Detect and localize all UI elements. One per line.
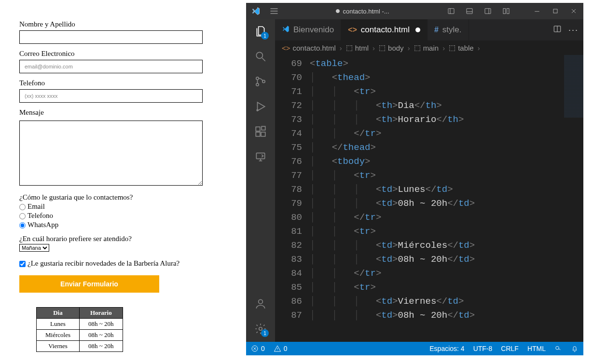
schedule-table: Dia Horario Lunes 08h ~ 20h Miércoles 08… bbox=[36, 307, 123, 352]
layout-right-icon[interactable] bbox=[482, 5, 494, 17]
status-warnings[interactable]: 0 bbox=[274, 345, 288, 352]
vscode-window: contacto.html -... 1 bbox=[246, 3, 583, 355]
radio-email[interactable] bbox=[19, 204, 26, 210]
phone-input[interactable] bbox=[19, 89, 203, 103]
status-spaces[interactable]: Espacios: 4 bbox=[429, 345, 464, 352]
table-row: Viernes 08h ~ 20h bbox=[37, 341, 123, 352]
svg-point-9 bbox=[262, 80, 265, 82]
activity-bar: 1 1 bbox=[246, 19, 275, 342]
layout-left-icon[interactable] bbox=[445, 5, 457, 17]
window-title-text: contacto.html -... bbox=[343, 8, 389, 15]
status-eol[interactable]: CRLF bbox=[501, 345, 519, 352]
table-row: Lunes 08h ~ 20h bbox=[37, 319, 123, 330]
settings-gear-icon[interactable]: 1 bbox=[253, 322, 268, 336]
search-icon[interactable] bbox=[253, 49, 268, 64]
status-errors[interactable]: 0 bbox=[251, 345, 265, 352]
svg-point-7 bbox=[256, 77, 259, 80]
message-label: Mensaje bbox=[19, 108, 227, 117]
tab-style[interactable]: # style. bbox=[428, 19, 469, 40]
window-title: contacto.html -... bbox=[336, 8, 389, 15]
dirty-dot-icon bbox=[336, 9, 340, 13]
vscode-logo-icon bbox=[250, 5, 262, 17]
svg-point-17 bbox=[259, 327, 262, 331]
radio-whatsapp-row[interactable]: WhatsApp bbox=[19, 221, 227, 229]
name-input[interactable] bbox=[19, 30, 203, 44]
svg-point-10 bbox=[256, 109, 258, 111]
time-select[interactable]: Mañana bbox=[19, 244, 49, 252]
svg-rect-12 bbox=[256, 132, 260, 136]
tab-style-label: style. bbox=[442, 25, 462, 35]
message-textarea[interactable] bbox=[19, 121, 203, 186]
explorer-icon[interactable]: 1 bbox=[253, 24, 268, 39]
tab-active-file[interactable]: <> contacto.html bbox=[341, 19, 428, 40]
svg-rect-2 bbox=[485, 9, 491, 14]
settings-badge: 1 bbox=[261, 329, 269, 337]
line-number-gutter: 69707172737475767778798081828384858687 bbox=[275, 55, 310, 342]
status-encoding[interactable]: UTF-8 bbox=[473, 345, 493, 352]
close-button[interactable] bbox=[568, 5, 579, 17]
radio-whatsapp[interactable] bbox=[19, 222, 26, 229]
minimize-button[interactable] bbox=[531, 5, 543, 17]
breadcrumb[interactable]: <> contacto.html › ⬚ html › ⬚ body › ⬚ m… bbox=[275, 40, 583, 55]
breadcrumb-item[interactable]: html bbox=[355, 44, 369, 52]
explorer-badge: 1 bbox=[261, 32, 269, 40]
cell-hours: 08h ~ 20h bbox=[79, 330, 123, 341]
code-editor[interactable]: 69707172737475767778798081828384858687 <… bbox=[275, 55, 583, 342]
svg-rect-0 bbox=[448, 9, 454, 14]
submit-button[interactable]: Enviar Formulario bbox=[19, 275, 159, 293]
minimap[interactable] bbox=[564, 55, 583, 180]
split-editor-icon[interactable] bbox=[553, 25, 562, 35]
layout-bottom-icon[interactable] bbox=[464, 5, 475, 17]
dirty-indicator-icon bbox=[415, 27, 420, 32]
vscode-mini-icon bbox=[282, 25, 290, 35]
layout-grid-icon[interactable] bbox=[500, 5, 512, 17]
maximize-button[interactable] bbox=[550, 5, 561, 17]
email-label: Correo Electronico bbox=[19, 50, 227, 58]
tab-welcome[interactable]: Bienvenido bbox=[275, 19, 341, 40]
svg-rect-3 bbox=[503, 9, 506, 14]
svg-rect-1 bbox=[467, 9, 472, 14]
radio-phone[interactable] bbox=[19, 213, 26, 219]
email-input[interactable] bbox=[19, 60, 203, 73]
code-content[interactable]: <table>│ <thead>│ │ <tr>│ │ │ <th>Dia</t… bbox=[310, 55, 475, 342]
radio-whatsapp-label: WhatsApp bbox=[28, 221, 58, 229]
tab-active-label: contacto.html bbox=[361, 25, 410, 35]
schedule-header-hours: Horario bbox=[79, 308, 123, 319]
breadcrumb-item[interactable]: table bbox=[458, 44, 474, 52]
radio-email-row[interactable]: Email bbox=[19, 202, 227, 211]
editor-group: Bienvenido <> contacto.html # style. ··· bbox=[275, 19, 583, 342]
more-actions-icon[interactable]: ··· bbox=[568, 25, 579, 35]
hamburger-menu-icon[interactable] bbox=[268, 5, 280, 17]
schedule-header-day: Dia bbox=[37, 308, 80, 319]
cell-hours: 08h ~ 20h bbox=[79, 319, 123, 330]
svg-point-6 bbox=[256, 52, 262, 58]
breadcrumb-item[interactable]: contacto.html bbox=[293, 44, 336, 52]
svg-rect-5 bbox=[553, 9, 557, 13]
svg-rect-14 bbox=[262, 126, 265, 130]
contact-question: ¿Cómo le gustaria que lo contactemos? bbox=[19, 193, 227, 202]
svg-rect-13 bbox=[261, 132, 265, 136]
notifications-bell-icon[interactable] bbox=[571, 345, 579, 352]
newsletter-checkbox[interactable] bbox=[19, 261, 26, 267]
radio-email-label: Email bbox=[28, 202, 45, 210]
browser-preview: Nombre y Apellido Correo Electronico Tel… bbox=[0, 0, 246, 364]
source-control-icon[interactable] bbox=[253, 74, 268, 89]
remote-explorer-icon[interactable] bbox=[253, 149, 268, 164]
status-warnings-count: 0 bbox=[284, 345, 288, 352]
feedback-icon[interactable] bbox=[554, 345, 562, 352]
css-file-icon: # bbox=[434, 26, 439, 34]
table-row: Miércoles 08h ~ 20h bbox=[37, 330, 123, 341]
radio-phone-row[interactable]: Telefono bbox=[19, 212, 227, 220]
run-debug-icon[interactable] bbox=[253, 99, 268, 114]
accounts-icon[interactable] bbox=[253, 297, 268, 311]
cell-day: Viernes bbox=[37, 341, 80, 352]
breadcrumb-item[interactable]: body bbox=[388, 44, 404, 52]
extensions-icon[interactable] bbox=[253, 124, 268, 139]
cell-day: Lunes bbox=[37, 319, 80, 330]
status-language[interactable]: HTML bbox=[527, 345, 546, 352]
newsletter-label: ¿Le gustaria recibir novedades de la Bar… bbox=[28, 259, 179, 267]
svg-rect-4 bbox=[507, 9, 509, 14]
svg-rect-11 bbox=[256, 127, 260, 131]
breadcrumb-item[interactable]: main bbox=[423, 44, 439, 52]
name-label: Nombre y Apellido bbox=[19, 20, 227, 28]
